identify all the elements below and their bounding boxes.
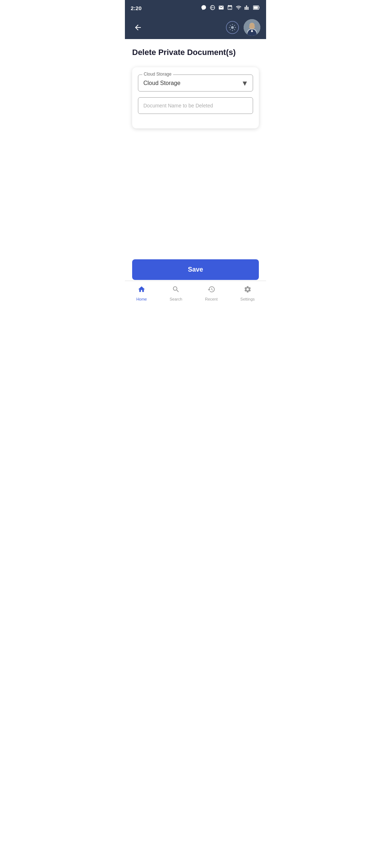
user-avatar[interactable] [244,19,260,36]
top-nav-bar [125,16,266,39]
svg-point-5 [231,26,234,29]
wifi-icon [236,5,241,12]
mail-icon [218,5,224,12]
battery-icon [253,5,260,11]
svg-text:31: 31 [229,8,231,9]
main-content: Cloud Storage Cloud Storage Google Drive… [125,64,266,131]
document-name-input-wrapper[interactable] [138,97,253,114]
svg-point-10 [249,25,255,29]
page-title-container: Delete Private Document(s) [125,39,266,64]
status-icons: 31 [201,5,260,12]
bottom-navigation: Home Search Recent Settings [125,281,266,305]
recent-label: Recent [205,297,218,301]
cloud-storage-label: Cloud Storage [142,72,173,77]
document-name-input[interactable] [138,98,253,114]
form-card: Cloud Storage Cloud Storage Google Drive… [132,67,259,128]
status-time: 2:20 [131,5,142,11]
search-icon [172,285,180,295]
svg-rect-3 [254,6,258,9]
nav-right-icons [226,19,260,36]
cloud-storage-select[interactable]: Cloud Storage Google Drive Dropbox OneDr… [138,75,253,91]
settings-wheel-button[interactable] [226,21,239,34]
signal-icon [244,5,250,12]
firefox-icon [210,5,215,12]
cloud-storage-select-wrapper[interactable]: Cloud Storage Google Drive Dropbox OneDr… [138,75,253,92]
search-label: Search [170,297,182,301]
cloud-storage-field: Cloud Storage Cloud Storage Google Drive… [138,75,253,92]
nav-item-home[interactable]: Home [130,282,152,304]
home-label: Home [136,297,147,301]
calendar-icon: 31 [227,5,233,12]
status-bar: 2:20 31 [125,0,266,16]
save-button-container: Save [125,259,266,280]
document-name-field [138,97,253,114]
recent-icon [207,285,215,295]
nav-item-settings[interactable]: Settings [235,282,261,304]
settings-icon [244,285,252,295]
settings-label: Settings [240,297,255,301]
back-button[interactable] [131,20,145,35]
nav-item-search[interactable]: Search [164,282,188,304]
messenger-icon [201,5,207,12]
page-title: Delete Private Document(s) [132,48,259,57]
save-button[interactable]: Save [132,259,259,280]
home-icon [138,285,146,295]
nav-item-recent[interactable]: Recent [199,282,223,304]
